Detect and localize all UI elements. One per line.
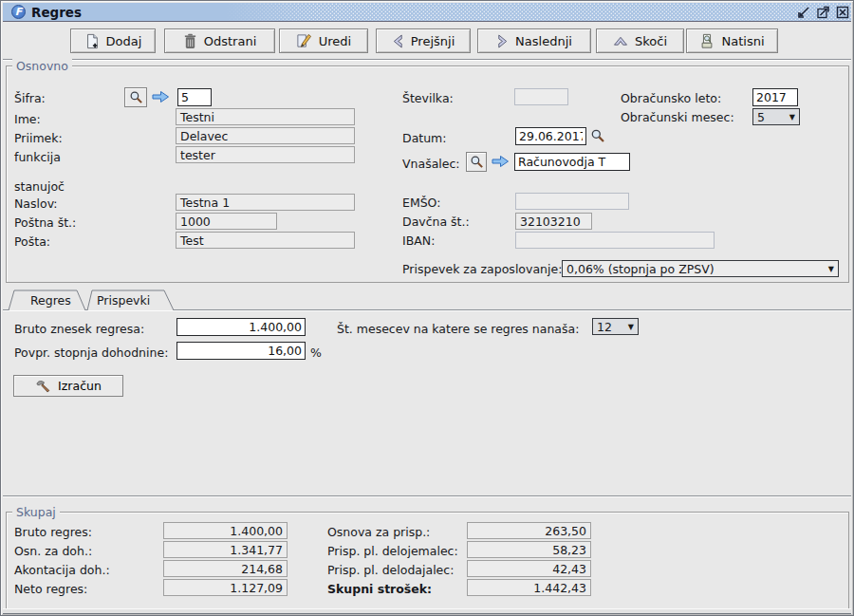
- ime-label: Ime:: [14, 112, 41, 126]
- povpr-stopnja-input[interactable]: [176, 342, 306, 360]
- percent-suffix: %: [310, 345, 322, 360]
- emso-label: EMŠO:: [402, 196, 440, 210]
- skupni-strosek-label: Skupni strošek:: [327, 582, 432, 596]
- odstrani-button[interactable]: Odstrani: [164, 28, 275, 53]
- postna-st-field: 1000: [176, 213, 277, 230]
- prispevek-value: 0,06% (stopnja po ZPSV): [566, 262, 715, 276]
- natisni-button[interactable]: Natisni: [686, 28, 778, 53]
- sifra-input[interactable]: [177, 88, 212, 106]
- prispevek-label: Prispevek za zaposlovanje:: [402, 262, 562, 276]
- natisni-label: Natisni: [721, 34, 764, 48]
- obracunski-mesec-value: 5: [757, 110, 765, 124]
- postna-st-label: Poštna št.:: [14, 215, 76, 230]
- funkcija-field: tester: [176, 146, 355, 163]
- prisp-delodajalec-field: 42,43: [467, 560, 591, 577]
- prejsnji-button[interactable]: Prejšnji: [376, 28, 471, 53]
- tab-pane-bottom-border: [3, 495, 851, 497]
- magnifier-icon: [470, 155, 484, 169]
- chevron-right-icon: [496, 34, 509, 48]
- prisp-delojemalec-label: Prisp. pl. delojemalec:: [327, 544, 458, 558]
- obracunski-mesec-dropdown[interactable]: 5 ▼: [752, 108, 800, 125]
- posta-field: Test: [176, 232, 355, 249]
- tab-prispevki[interactable]: Prispevki: [97, 293, 150, 308]
- iban-label: IBAN:: [402, 233, 435, 248]
- osnovno-group-label: Osnovno: [12, 59, 72, 73]
- dodaj-button[interactable]: Dodaj: [70, 28, 156, 53]
- bruto-znesek-label: Bruto znesek regresa:: [14, 322, 144, 336]
- regres-window: F Regres: [0, 0, 854, 616]
- uredi-label: Uredi: [319, 34, 351, 48]
- window-bottom-border: [3, 608, 851, 614]
- naslednji-button[interactable]: Naslednji: [477, 28, 591, 53]
- posta-label: Pošta:: [14, 234, 50, 249]
- vnasalec-input[interactable]: [514, 153, 630, 171]
- window-title: Regres: [31, 5, 82, 20]
- iban-field: [515, 232, 715, 249]
- ime-field: Testni: [176, 108, 355, 125]
- magnifier-icon: [129, 90, 143, 104]
- izracun-button[interactable]: Izračun: [13, 375, 123, 397]
- datum-label: Datum:: [402, 131, 447, 145]
- priimek-label: Priimek:: [14, 131, 63, 145]
- stevilka-field: [514, 88, 568, 105]
- st-mesecev-label: Št. mesecev na katere se regres nanaša:: [337, 322, 579, 336]
- sifra-label: Šifra:: [14, 91, 46, 105]
- bruto-znesek-input[interactable]: [176, 318, 306, 336]
- neto-regres-label: Neto regres:: [14, 582, 87, 596]
- vnasalec-label: Vnašalec:: [402, 157, 460, 171]
- tab-regres[interactable]: Regres: [30, 293, 71, 308]
- obracunsko-leto-label: Obračunsko leto:: [621, 91, 721, 105]
- povpr-stopnja-label: Povpr. stopnja dohodnine:: [14, 345, 168, 360]
- uredi-button[interactable]: Uredi: [279, 28, 368, 53]
- prisp-delodajalec-label: Prisp. pl. delodajalec:: [327, 563, 454, 577]
- app-logo-icon: F: [11, 5, 26, 19]
- sifra-lookup-button[interactable]: [124, 87, 147, 107]
- skoci-button[interactable]: Skoči: [596, 28, 684, 53]
- dropdown-arrow-icon: ▼: [628, 323, 634, 331]
- prispevek-dropdown[interactable]: 0,06% (stopnja po ZPSV) ▼: [562, 260, 839, 277]
- blue-arrow-icon: [152, 90, 170, 103]
- print-icon: [699, 33, 715, 49]
- stevilka-label: Številka:: [402, 91, 454, 105]
- datum-input[interactable]: [515, 127, 586, 145]
- maximize-icon: [816, 6, 830, 19]
- vnasalec-lookup-button[interactable]: [466, 152, 487, 172]
- trash-icon: [183, 33, 197, 49]
- emso-field: [515, 193, 629, 210]
- datum-calendar-lookup-icon[interactable]: [590, 128, 605, 143]
- chevron-up-icon: [613, 35, 628, 47]
- dropdown-arrow-icon: ▼: [828, 265, 834, 273]
- prejsnji-label: Prejšnji: [411, 34, 455, 48]
- naslov-field: Testna 1: [176, 194, 355, 211]
- blue-arrow-icon: [492, 155, 510, 168]
- st-mesecev-value: 12: [597, 320, 612, 334]
- dropdown-arrow-icon: ▼: [789, 113, 795, 121]
- st-mesecev-dropdown[interactable]: 12 ▼: [592, 318, 639, 335]
- funkcija-label: funkcija: [14, 150, 61, 164]
- stanujoc-label: stanujoč: [14, 179, 65, 194]
- priimek-field: Delavec: [176, 127, 355, 144]
- osnova-za-prisp-label: Osnova za prisp.:: [327, 525, 430, 539]
- toolbar-separator: [3, 59, 851, 61]
- naslednji-label: Naslednji: [515, 34, 572, 48]
- minimize-icon: [797, 6, 810, 19]
- obracunski-mesec-label: Obračunski mesec:: [621, 110, 734, 124]
- maximize-button[interactable]: [815, 6, 830, 20]
- davcna-st-field: 32103210: [515, 213, 592, 230]
- bruto-regres-field: 1.400,00: [163, 522, 288, 539]
- akontacija-doh-label: Akontacija doh.:: [14, 563, 110, 577]
- minimize-button[interactable]: [796, 6, 811, 20]
- chevron-left-icon: [392, 34, 404, 48]
- obracunsko-leto-input[interactable]: [752, 88, 798, 106]
- odstrani-label: Odstrani: [204, 34, 257, 48]
- naslov-label: Naslov:: [14, 196, 58, 211]
- osnova-za-prisp-field: 263,50: [467, 522, 591, 539]
- titlebar[interactable]: F Regres: [3, 3, 851, 22]
- new-document-icon: [84, 33, 100, 49]
- akontacija-doh-field: 214,68: [163, 560, 288, 577]
- izracun-label: Izračun: [58, 379, 102, 393]
- close-button[interactable]: [835, 6, 850, 20]
- skupaj-group-label: Skupaj: [12, 505, 60, 519]
- hammer-icon: [35, 380, 51, 393]
- davcna-st-label: Davčna št.:: [402, 215, 470, 229]
